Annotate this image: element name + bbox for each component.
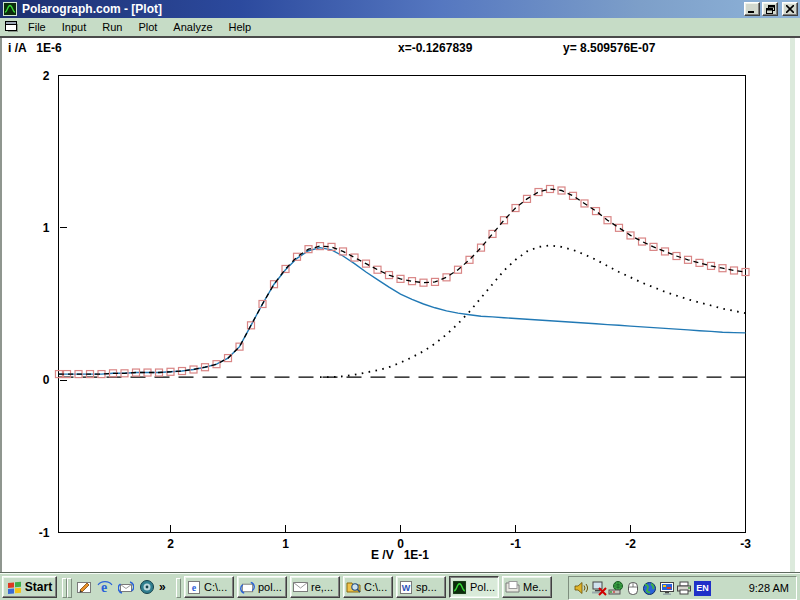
data-point-marker bbox=[535, 189, 542, 196]
word-document-icon: W bbox=[399, 580, 413, 595]
y-axis-title: i /A 1E-6 bbox=[8, 41, 62, 55]
minimize-button[interactable] bbox=[744, 2, 760, 16]
data-point-marker bbox=[374, 266, 381, 273]
data-point-marker bbox=[616, 224, 623, 231]
plot-frame bbox=[59, 76, 746, 533]
series-measured-data-with-fit bbox=[59, 189, 746, 374]
window-left-edge bbox=[0, 38, 2, 572]
y-tick-label: -1 bbox=[39, 526, 50, 540]
y-tick-label: 2 bbox=[43, 69, 50, 83]
x-tick-label: -1 bbox=[510, 537, 521, 551]
cursor-x-readout: x=-0.1267839 bbox=[398, 41, 472, 55]
task-buttons: e C:\... pol... re,... bbox=[184, 576, 552, 598]
polarograph-icon bbox=[452, 580, 467, 595]
quick-launch-bar: e » bbox=[73, 577, 168, 597]
menu-help[interactable]: Help bbox=[221, 19, 260, 35]
data-point-marker bbox=[639, 238, 646, 245]
folder-page-icon bbox=[505, 580, 520, 594]
menu-plot[interactable]: Plot bbox=[130, 19, 165, 35]
plot-svg: 210-1-2-3210-1 bbox=[0, 38, 800, 572]
data-point-marker bbox=[570, 192, 577, 199]
start-button[interactable]: Start bbox=[2, 576, 57, 598]
series-wave-component-2 bbox=[320, 245, 746, 377]
x-tick-label: -2 bbox=[625, 537, 636, 551]
search-folder-icon bbox=[346, 580, 361, 594]
series-wave-component-1 bbox=[59, 248, 746, 375]
volume-icon[interactable] bbox=[573, 580, 590, 596]
task-button-me[interactable]: Me... bbox=[502, 576, 552, 598]
task-button-pol[interactable]: pol... bbox=[237, 576, 287, 598]
restore-button[interactable] bbox=[762, 2, 778, 16]
menu-analyze[interactable]: Analyze bbox=[165, 19, 220, 35]
taskbar-grip[interactable] bbox=[176, 578, 181, 598]
screen: Polarograph.com - [Plot] bbox=[0, 0, 800, 600]
window-right-edge bbox=[790, 38, 795, 572]
window-title: Polarograph.com - [Plot] bbox=[22, 2, 162, 16]
cursor-y-readout: y= 8.509576E-07 bbox=[563, 41, 655, 55]
outlook-swirl-icon bbox=[240, 580, 255, 595]
close-button[interactable] bbox=[782, 2, 798, 16]
menu-file[interactable]: File bbox=[20, 19, 54, 35]
y-tick-label: 0 bbox=[43, 373, 50, 387]
windows-logo-icon bbox=[7, 580, 22, 594]
start-label: Start bbox=[25, 580, 52, 594]
svg-text:e: e bbox=[192, 582, 197, 593]
window-titlebar: Polarograph.com - [Plot] bbox=[0, 0, 800, 18]
taskbar: Start e bbox=[0, 572, 800, 600]
task-button-polarograph-active[interactable]: Pol... bbox=[449, 576, 499, 598]
menu-run[interactable]: Run bbox=[94, 19, 130, 35]
menu-bar: File Input Run Plot Analyze Help bbox=[0, 18, 800, 38]
data-point-marker bbox=[662, 248, 669, 255]
polarograph-app-icon bbox=[3, 2, 17, 16]
menu-input[interactable]: Input bbox=[54, 19, 94, 35]
internet-explorer-icon[interactable]: e bbox=[94, 577, 115, 597]
taskbar-grip[interactable] bbox=[67, 578, 72, 598]
y-tick-label: 1 bbox=[43, 221, 50, 235]
child-window-icon[interactable] bbox=[4, 20, 20, 34]
system-tray: EN 9:28 AM bbox=[568, 576, 797, 600]
plot-client-area: i /A 1E-6 x=-0.1267839 y= 8.509576E-07 2… bbox=[0, 38, 800, 572]
x-tick-label: 1 bbox=[282, 537, 289, 551]
task-button-browser-1[interactable]: e C:\... bbox=[184, 576, 234, 598]
task-button-search[interactable]: C:\... bbox=[343, 576, 393, 598]
channels-disc-icon[interactable] bbox=[136, 577, 157, 597]
printer-icon[interactable] bbox=[675, 580, 692, 596]
quicklaunch-overflow-chevron[interactable]: » bbox=[157, 580, 168, 594]
data-point-marker bbox=[351, 254, 358, 261]
show-desktop-icon[interactable] bbox=[73, 577, 94, 597]
network-error-icon[interactable] bbox=[590, 580, 607, 596]
ie-page-icon: e bbox=[187, 580, 201, 595]
mouse-icon[interactable] bbox=[624, 580, 641, 596]
data-point-marker bbox=[443, 274, 450, 281]
modem-icon[interactable] bbox=[607, 580, 624, 596]
task-button-mail[interactable]: re,... bbox=[290, 576, 340, 598]
outlook-express-icon[interactable] bbox=[115, 577, 136, 597]
x-axis-title: E /V 1E-1 bbox=[300, 548, 500, 562]
plot-area[interactable]: 210-1-2-3210-1 bbox=[0, 38, 800, 572]
taskbar-clock[interactable]: 9:28 AM bbox=[749, 582, 789, 594]
envelope-icon bbox=[293, 581, 308, 593]
x-tick-label: -3 bbox=[740, 537, 751, 551]
globe-icon[interactable] bbox=[641, 580, 658, 596]
x-tick-label: 2 bbox=[167, 537, 174, 551]
display-icon[interactable] bbox=[658, 580, 675, 596]
language-indicator[interactable]: EN bbox=[694, 581, 711, 596]
svg-text:W: W bbox=[402, 583, 411, 593]
task-button-word[interactable]: W sp... bbox=[396, 576, 446, 598]
